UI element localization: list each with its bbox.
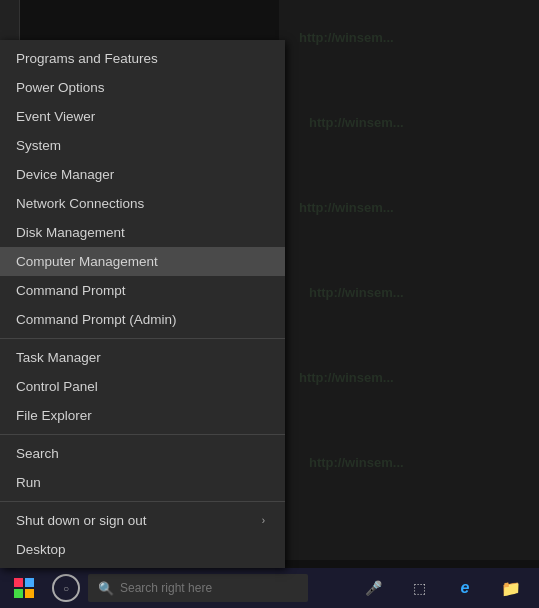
menu-item-label-device-manager: Device Manager [16, 167, 114, 182]
menu-item-label-power-options: Power Options [16, 80, 105, 95]
folder-icon: 📁 [501, 579, 521, 598]
search-icon: 🔍 [98, 581, 114, 596]
menu-item-label-file-explorer: File Explorer [16, 408, 92, 423]
windows-logo-icon [14, 578, 34, 598]
menu-item-label-network-connections: Network Connections [16, 196, 144, 211]
search-box[interactable]: 🔍 [88, 574, 308, 602]
menu-item-device-manager[interactable]: Device Manager [0, 160, 285, 189]
menu-item-label-search: Search [16, 446, 59, 461]
cortana-button[interactable]: ○ [52, 574, 80, 602]
svg-rect-1 [25, 578, 34, 587]
menu-item-system[interactable]: System [0, 131, 285, 160]
separator-after-run [0, 501, 285, 502]
microphone-icon: 🎤 [365, 580, 382, 596]
taskbar: ○ 🔍 🎤 ⬚ e 📁 [0, 568, 539, 608]
separator-after-file-explorer [0, 434, 285, 435]
menu-item-power-options[interactable]: Power Options [0, 73, 285, 102]
menu-item-label-command-prompt-admin: Command Prompt (Admin) [16, 312, 177, 327]
menu-item-command-prompt[interactable]: Command Prompt [0, 276, 285, 305]
menu-item-search[interactable]: Search [0, 439, 285, 468]
menu-item-label-computer-management: Computer Management [16, 254, 158, 269]
search-input[interactable] [120, 581, 298, 595]
menu-item-disk-management[interactable]: Disk Management [0, 218, 285, 247]
menu-item-control-panel[interactable]: Control Panel [0, 372, 285, 401]
menu-item-label-command-prompt: Command Prompt [16, 283, 126, 298]
menu-item-arrow-shut-down: › [262, 515, 265, 526]
menu-item-label-task-manager: Task Manager [16, 350, 101, 365]
svg-rect-0 [14, 578, 23, 587]
menu-item-task-manager[interactable]: Task Manager [0, 343, 285, 372]
menu-item-label-programs-features: Programs and Features [16, 51, 158, 66]
task-view-icon: ⬚ [413, 580, 426, 596]
microphone-button[interactable]: 🎤 [351, 568, 395, 608]
edge-button[interactable]: e [443, 568, 487, 608]
menu-item-event-viewer[interactable]: Event Viewer [0, 102, 285, 131]
menu-item-label-run: Run [16, 475, 41, 490]
menu-item-label-disk-management: Disk Management [16, 225, 125, 240]
cortana-icon: ○ [63, 583, 69, 594]
menu-item-shut-down[interactable]: Shut down or sign out› [0, 506, 285, 535]
menu-item-label-system: System [16, 138, 61, 153]
context-menu: Programs and FeaturesPower OptionsEvent … [0, 40, 285, 568]
menu-item-run[interactable]: Run [0, 468, 285, 497]
menu-item-network-connections[interactable]: Network Connections [0, 189, 285, 218]
menu-item-label-shut-down: Shut down or sign out [16, 513, 147, 528]
svg-rect-3 [25, 589, 34, 598]
menu-item-command-prompt-admin[interactable]: Command Prompt (Admin) [0, 305, 285, 334]
separator-after-command-prompt-admin [0, 338, 285, 339]
menu-item-file-explorer[interactable]: File Explorer [0, 401, 285, 430]
menu-item-desktop[interactable]: Desktop [0, 535, 285, 564]
edge-icon: e [461, 579, 470, 597]
menu-item-computer-management[interactable]: Computer Management [0, 247, 285, 276]
file-explorer-button[interactable]: 📁 [489, 568, 533, 608]
start-button[interactable] [0, 568, 48, 608]
menu-item-label-desktop: Desktop [16, 542, 66, 557]
svg-rect-2 [14, 589, 23, 598]
task-view-button[interactable]: ⬚ [397, 568, 441, 608]
menu-item-programs-features[interactable]: Programs and Features [0, 44, 285, 73]
menu-item-label-event-viewer: Event Viewer [16, 109, 95, 124]
menu-item-label-control-panel: Control Panel [16, 379, 98, 394]
